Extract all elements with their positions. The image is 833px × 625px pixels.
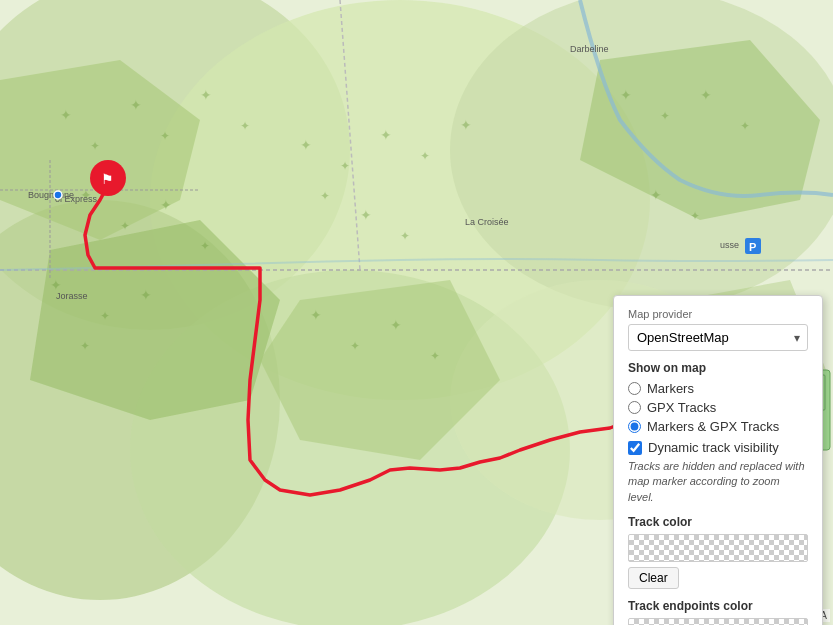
svg-text:✦: ✦	[160, 197, 172, 213]
svg-text:✦: ✦	[430, 349, 440, 363]
svg-text:✦: ✦	[650, 187, 662, 203]
dynamic-track-visibility-checkbox[interactable]	[628, 441, 642, 455]
svg-text:✦: ✦	[390, 317, 402, 333]
dynamic-track-visibility-checkbox-item[interactable]: Dynamic track visibility	[628, 440, 808, 455]
svg-text:La Croisée: La Croisée	[465, 217, 509, 227]
track-endpoints-color-label: Track endpoints color	[628, 599, 808, 613]
svg-text:✦: ✦	[60, 107, 72, 123]
svg-text:✦: ✦	[380, 127, 392, 143]
dynamic-track-visibility-label: Dynamic track visibility	[648, 440, 779, 455]
svg-text:✦: ✦	[160, 129, 170, 143]
radio-gpx-tracks[interactable]	[628, 401, 641, 414]
settings-panel: Map provider OpenStreetMap ▾ Show on map…	[613, 295, 823, 625]
radio-markers-gpx-label: Markers & GPX Tracks	[647, 419, 779, 434]
svg-text:✦: ✦	[620, 87, 632, 103]
radio-markers[interactable]	[628, 382, 641, 395]
svg-text:✦: ✦	[320, 189, 330, 203]
svg-text:✦: ✦	[700, 87, 712, 103]
svg-text:✦: ✦	[100, 309, 110, 323]
svg-text:Jorasse: Jorasse	[56, 291, 88, 301]
svg-text:✦: ✦	[660, 109, 670, 123]
svg-text:Darbeline: Darbeline	[570, 44, 609, 54]
svg-text:✦: ✦	[240, 119, 250, 133]
radio-item-gpx-tracks[interactable]: GPX Tracks	[628, 400, 808, 415]
map-container: ✦ ✦ ✦ ✦ ✦ ✦ ✦ ✦ ✦ ✦ ✦ ✦ ✦ ✦ ✦ ✦ ✦ ✦ ✦ ✦ …	[0, 0, 833, 625]
svg-text:P: P	[749, 241, 756, 253]
svg-text:✦: ✦	[400, 229, 410, 243]
svg-point-59	[54, 191, 62, 199]
show-on-map-radio-group: Markers GPX Tracks Markers & GPX Tracks	[628, 381, 808, 434]
svg-text:✦: ✦	[200, 239, 210, 253]
radio-markers-label: Markers	[647, 381, 694, 396]
svg-text:✦: ✦	[80, 339, 90, 353]
map-provider-label: Map provider	[628, 308, 808, 320]
svg-text:✦: ✦	[460, 117, 472, 133]
svg-text:✦: ✦	[300, 137, 312, 153]
svg-text:✦: ✦	[200, 87, 212, 103]
svg-text:⚑: ⚑	[101, 171, 114, 187]
radio-gpx-tracks-label: GPX Tracks	[647, 400, 716, 415]
svg-text:✦: ✦	[120, 219, 130, 233]
svg-text:✦: ✦	[90, 139, 100, 153]
svg-text:usse: usse	[720, 240, 739, 250]
svg-text:✦: ✦	[340, 159, 350, 173]
svg-text:✦: ✦	[140, 287, 152, 303]
track-color-swatch[interactable]	[628, 534, 808, 562]
svg-text:✦: ✦	[690, 209, 700, 223]
show-on-map-label: Show on map	[628, 361, 808, 375]
svg-text:✦: ✦	[360, 207, 372, 223]
track-color-label: Track color	[628, 515, 808, 529]
radio-item-markers[interactable]: Markers	[628, 381, 808, 396]
radio-markers-gpx[interactable]	[628, 420, 641, 433]
map-provider-dropdown-container: OpenStreetMap ▾	[628, 324, 808, 351]
map-provider-select[interactable]: OpenStreetMap	[628, 324, 808, 351]
svg-text:✦: ✦	[740, 119, 750, 133]
svg-text:✦: ✦	[310, 307, 322, 323]
svg-text:✦: ✦	[130, 97, 142, 113]
svg-text:✦: ✦	[350, 339, 360, 353]
dynamic-track-desc: Tracks are hidden and replaced with map …	[628, 459, 808, 505]
track-endpoints-color-swatch[interactable]	[628, 618, 808, 625]
clear-track-color-button[interactable]: Clear	[628, 567, 679, 589]
radio-item-markers-gpx[interactable]: Markers & GPX Tracks	[628, 419, 808, 434]
svg-text:✦: ✦	[420, 149, 430, 163]
